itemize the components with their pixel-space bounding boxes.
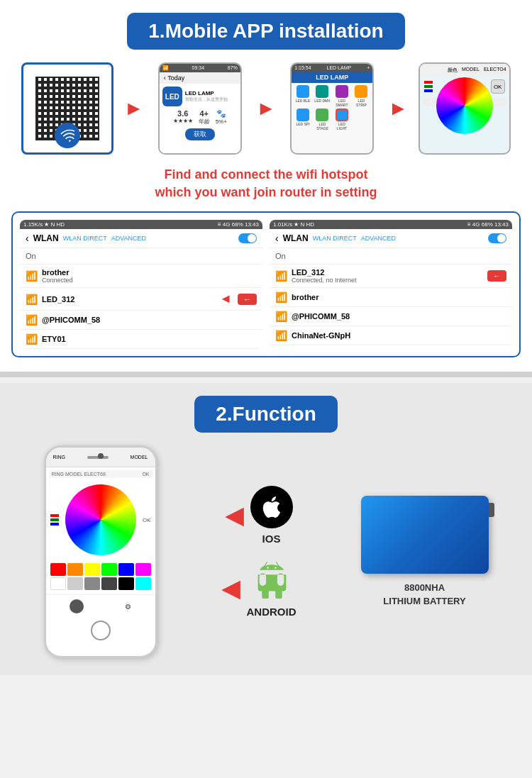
wlan-item-led312-p1[interactable]: 📶 LED_312 ◄ ← — [20, 288, 262, 311]
swatch-white[interactable] — [50, 577, 66, 590]
wlan-advanced-2[interactable]: ADVANCED — [361, 235, 396, 242]
wifi-instruction-line2: which you want join router in setting — [11, 184, 521, 201]
phone-home-button[interactable] — [91, 621, 111, 640]
color-wheel[interactable] — [436, 77, 493, 134]
wifi-icon-phicomm-p2: 📶 — [275, 311, 287, 322]
app-store-screen: 📶09:3487% ‹ Today LED LED LAMP 智彩生活，从这里开… — [158, 62, 242, 155]
phone-color-grid — [49, 562, 153, 591]
swatch-black[interactable] — [118, 577, 134, 590]
phone-body: RING MODEL ELECT68 OK OK — [46, 467, 155, 594]
arrow-badge-p2: ← — [487, 270, 506, 282]
app-icon-led-ble[interactable]: LED BLE — [294, 85, 312, 107]
wlan-header-1: ‹ WLAN WLAN DIRECT ADVANCED — [20, 229, 262, 248]
swatch-gray[interactable] — [84, 577, 100, 590]
wifi-icon-ety01: 📶 — [26, 333, 38, 345]
ios-label: IOS — [262, 533, 281, 545]
color-wheel-item: 颜色MODELELECTO4 OK — [408, 62, 521, 155]
led312-name-p1: LED_312 — [42, 295, 215, 304]
wlan-status-bar-2: 1.01K/s ★ N HD≡ 4G 68% 13:43 — [270, 220, 512, 229]
wlan-title-2: WLAN — [283, 233, 309, 243]
battery-pack — [361, 496, 489, 574]
led-grid-screen: 1:15:54LED LAMP+ LED LAMP LED BLE LED DM… — [290, 62, 374, 155]
android-row: ◀ ANDROID — [222, 559, 297, 618]
phicomm-name-p1: @PHICOMM_58 — [42, 316, 257, 324]
qr-item — [11, 62, 124, 155]
function-content: RING MODEL RING MODEL ELECT68 OK OK — [11, 445, 521, 658]
wlan-item-led312-p2[interactable]: 📶 LED_312 Connected, no Internet ← — [270, 265, 512, 288]
swatch-green[interactable] — [101, 563, 117, 576]
wlan-container: 1.15K/s ★ N HD≡ 4G 68% 13:43 ‹ WLAN WLAN… — [11, 211, 521, 357]
wlan-header-2: ‹ WLAN WLAN DIRECT ADVANCED — [270, 229, 512, 248]
wlan-title-1: WLAN — [33, 233, 59, 243]
arrow-badge-p1: ← — [238, 294, 257, 305]
ios-arrow: ◀ — [226, 502, 243, 529]
app-icon-led-light[interactable]: LED LIGHT — [333, 109, 351, 130]
arrow2: ► — [256, 97, 276, 120]
apple-icon — [250, 486, 293, 528]
wlan-item-ety01[interactable]: 📶 ETY01 — [20, 330, 262, 349]
led-lamp-header: LED LAMP — [292, 72, 372, 83]
swatch-yellow[interactable] — [84, 563, 100, 576]
battery-label: 8800NHA LITHIUM BATTERY — [383, 581, 465, 608]
wifi-icon-brother-p2: 📶 — [275, 291, 287, 303]
android-arrow: ◀ — [222, 575, 240, 602]
phone-content-1: LED LED LAMP 智彩生活，从这里开始 3.6★★★★ 4+年龄 🐾5%… — [160, 84, 240, 153]
wifi-icon-brother: 📶 — [26, 270, 38, 282]
app-icon-led-strip[interactable]: LED STRIP — [353, 85, 371, 107]
phone-color-wheel[interactable] — [65, 484, 136, 555]
color-wheel-screen: 颜色MODELELECTO4 OK — [419, 62, 511, 155]
swatch-red[interactable] — [50, 563, 66, 576]
battery-label-line2: LITHIUM BATTERY — [383, 594, 465, 608]
wlan-direct-2[interactable]: WLAN DIRECT — [313, 235, 357, 242]
phone-btn-left[interactable] — [70, 599, 84, 613]
arrow3: ► — [389, 97, 409, 120]
wlan-status-bar-1: 1.15K/s ★ N HD≡ 4G 68% 13:43 — [20, 220, 262, 229]
wlan-advanced-1[interactable]: ADVANCED — [111, 235, 146, 242]
wifi-badge-icon — [55, 123, 80, 148]
wlan-item-phicomm-p2[interactable]: 📶 @PHICOMM_58 — [270, 307, 512, 326]
red-arrow-p1: ◄ — [219, 291, 232, 306]
qr-code-box — [21, 62, 113, 155]
led-light-icon — [336, 109, 348, 121]
brother-name: brother — [42, 268, 257, 277]
wifi-instruction-line1: Find and connect the wifi hotspot — [11, 166, 521, 184]
app-icon-led-dmx[interactable]: LED DMX — [314, 85, 332, 107]
swatch-cyan[interactable] — [135, 577, 151, 590]
app-icon-led-stage[interactable]: LED STAGE — [314, 109, 332, 130]
led312-name-p2: LED_312 — [292, 268, 483, 277]
arrow1: ► — [124, 97, 144, 120]
swatch-lightgray[interactable] — [67, 577, 83, 590]
ios-row: ◀ IOS — [226, 486, 293, 545]
wlan-item-brother-p2[interactable]: 📶 brother — [270, 288, 512, 307]
led-strip-icon — [355, 85, 367, 98]
swatch-orange[interactable] — [67, 563, 83, 576]
wlan-direct-1[interactable]: WLAN DIRECT — [63, 235, 107, 242]
wlan-item-brother[interactable]: 📶 brother Connected — [20, 265, 262, 288]
app-icon-led-spi[interactable]: LED SPI — [294, 109, 312, 130]
wlan-toggle-1[interactable] — [238, 233, 257, 243]
led-stage-icon — [316, 109, 328, 121]
brother-sub: Connected — [42, 277, 257, 284]
wlan-item-chinanet[interactable]: 📶 ChinaNet-GNpH — [270, 326, 512, 345]
wlan-on-row-1: On — [20, 248, 262, 265]
phone-nav-1: ‹ Today — [160, 72, 240, 84]
swatch-magenta[interactable] — [135, 563, 151, 576]
wlan-item-phicomm-p1[interactable]: 📶 @PHICOMM_58 — [20, 311, 262, 330]
wifi-icon-led312-p2: 📶 — [275, 270, 287, 282]
phicomm-name-p2: @PHICOMM_58 — [292, 312, 506, 321]
section1-title: 1.Mobile APP installation — [148, 20, 383, 42]
chinanet-name: ChinaNet-GNpH — [292, 331, 506, 340]
section1: 1.Mobile APP installation ► — [0, 0, 532, 372]
app-icon-led-smart[interactable]: LED SMART — [333, 85, 351, 107]
android-item: ANDROID — [247, 559, 297, 618]
android-label: ANDROID — [247, 606, 297, 618]
wlan-toggle-2[interactable] — [488, 233, 506, 243]
wlan-panel-2: 1.01K/s ★ N HD≡ 4G 68% 13:43 ‹ WLAN WLAN… — [270, 220, 512, 349]
swatch-darkgray[interactable] — [101, 577, 117, 590]
section2: 2.Function RING MODEL RING MODEL ELECT68… — [0, 383, 532, 675]
ety01-name: ETY01 — [42, 335, 257, 343]
battery-label-line1: 8800NHA — [383, 581, 465, 595]
swatch-blue[interactable] — [118, 563, 134, 576]
wifi-icon-phicomm-p1: 📶 — [26, 314, 38, 326]
svg-point-0 — [69, 140, 71, 142]
